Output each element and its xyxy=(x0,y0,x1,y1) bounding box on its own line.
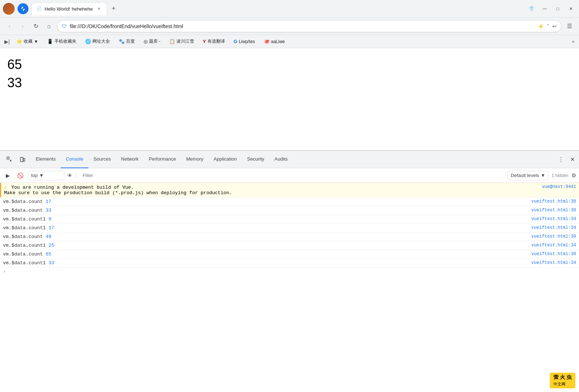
chevron-down-icon[interactable]: ˅ xyxy=(547,23,549,29)
levels-arrow-icon: ▼ xyxy=(541,173,545,178)
console-log-link-4[interactable]: vueiftest.html:34 xyxy=(532,225,576,230)
tab-network-label: Network xyxy=(121,156,139,162)
history-icon[interactable]: ↩ xyxy=(552,23,557,29)
console-msg-text-4: vm.$data.count1 xyxy=(3,225,49,231)
console-log-text-6: vm.$data.count1 25 xyxy=(3,243,524,248)
tab-title: Hello World! hehehehe xyxy=(45,6,93,12)
bookmark-item-favorites[interactable]: ⭐ 收藏 ▼ xyxy=(14,38,41,45)
tab-bar: 📄 Hello World! hehehehe × + xyxy=(31,2,523,15)
console-log-link-6[interactable]: vueiftest.html:34 xyxy=(532,243,576,248)
tab-security[interactable]: Security xyxy=(242,151,269,168)
bookmark-label: 网址大全 xyxy=(92,38,110,45)
shirt-icon[interactable]: 👕 xyxy=(526,4,537,14)
console-log-link-2[interactable]: vueiftest.html:30 xyxy=(532,208,576,213)
console-number-5: 49 xyxy=(46,234,52,239)
console-msg-text-8: vm.$data.count1 xyxy=(3,260,49,266)
tab-application[interactable]: Application xyxy=(209,151,242,168)
device-toolbar-button[interactable] xyxy=(18,154,28,165)
bookmark-label: 百度 xyxy=(126,38,135,45)
bookmark-item-mobile[interactable]: 📱 手机收藏夹 xyxy=(45,38,79,45)
tab-performance[interactable]: Performance xyxy=(144,151,181,168)
console-log-link-7[interactable]: vueiftest.html:30 xyxy=(532,251,576,257)
forward-button[interactable]: › xyxy=(18,21,28,31)
console-log-link-3[interactable]: vueiftest.html:34 xyxy=(532,216,576,222)
tab-console[interactable]: Console xyxy=(61,151,88,168)
devtools-close-button[interactable]: ✕ xyxy=(567,154,578,165)
profile-avatar[interactable] xyxy=(3,3,15,15)
console-log-text-1: vm.$data.count 17 xyxy=(3,199,524,204)
youdao-icon: Y xyxy=(203,39,206,44)
devtools-right-icons: ⋮ ✕ xyxy=(556,154,578,165)
warning-icon: ⚠ xyxy=(4,185,7,190)
warning-source-link[interactable]: vue@next:9441 xyxy=(542,184,576,189)
console-log-link-8[interactable]: vueiftest.html:34 xyxy=(532,260,576,265)
console-messages: ⚠ You are running a development build of… xyxy=(0,183,579,392)
address-bar-row: ‹ › ↻ ⌂ 🛡 file:///D:/OK/Code/frontEnd/vu… xyxy=(0,18,579,35)
console-prompt[interactable]: › xyxy=(0,268,579,276)
prompt-arrow-icon: › xyxy=(3,269,6,274)
url-display: file:///D:/OK/Code/frontEnd/vueHello/vue… xyxy=(70,23,535,29)
inspect-element-button[interactable] xyxy=(4,154,15,165)
back-button[interactable]: ‹ xyxy=(4,21,15,31)
tab-sources[interactable]: Sources xyxy=(88,151,116,168)
home-button[interactable]: ⌂ xyxy=(44,21,54,31)
console-number-7: 65 xyxy=(46,251,52,257)
maximize-button[interactable]: □ xyxy=(553,4,563,14)
filter-input[interactable] xyxy=(80,173,504,178)
lightning-icon: ⚡ xyxy=(538,23,544,29)
liwp-icon: G xyxy=(234,39,237,44)
bookmark-item-baidu[interactable]: 🐾 百度 xyxy=(117,38,137,45)
settings-icon[interactable]: ⚙ xyxy=(571,172,576,179)
minimize-button[interactable]: — xyxy=(540,4,550,14)
console-warning-message: ⚠ You are running a development build of… xyxy=(0,183,579,197)
console-msg-text-5: vm.$data.count xyxy=(3,234,46,239)
devtools-toggle-button[interactable]: ▶| xyxy=(4,39,10,45)
console-msg-text-3: vm.$data.count1 xyxy=(3,216,49,222)
tab-elements[interactable]: Elements xyxy=(31,151,61,168)
console-number-1: 17 xyxy=(46,199,52,204)
bookmark-item-tiku[interactable]: ◎ 题库 - xyxy=(141,38,163,45)
bookmarks-bar: ▶| ⭐ 收藏 ▼ 📱 手机收藏夹 🌐 网址大全 🐾 百度 ◎ 题库 - 📋 凌… xyxy=(0,35,579,48)
reload-button[interactable]: ↻ xyxy=(31,21,41,31)
console-play-button[interactable]: ▶ xyxy=(3,171,12,180)
tab-network[interactable]: Network xyxy=(116,151,144,168)
console-input[interactable] xyxy=(9,269,576,274)
levels-dropdown[interactable]: Default levels ▼ xyxy=(507,171,549,180)
console-stop-button[interactable]: 🚫 xyxy=(15,171,25,180)
extensions-button[interactable]: ☰ xyxy=(564,21,575,31)
context-selector[interactable]: top ▼ xyxy=(28,171,64,180)
tab-audits[interactable]: Audits xyxy=(269,151,293,168)
bookmark-item-youdao[interactable]: Y 有道翻译 xyxy=(201,38,227,45)
address-bar[interactable]: 🛡 file:///D:/OK/Code/frontEnd/vueHello/v… xyxy=(57,20,561,32)
console-warning-content: You are running a development build of V… xyxy=(4,185,232,196)
console-log-link-1[interactable]: vueiftest.html:30 xyxy=(532,199,576,204)
close-button[interactable]: ✕ xyxy=(566,4,576,14)
console-log-row-7: vm.$data.count 65 vueiftest.html:30 xyxy=(0,250,579,259)
bookmarks-overflow-button[interactable]: » xyxy=(572,39,575,44)
new-tab-button[interactable]: + xyxy=(108,4,119,14)
console-log-link-5[interactable]: vueiftest.html:30 xyxy=(532,234,576,239)
tab-memory[interactable]: Memory xyxy=(181,151,209,168)
tab-close-button[interactable]: × xyxy=(96,5,102,12)
bookmark-item-lingchuan[interactable]: 📋 凌川江雪 xyxy=(167,38,196,45)
active-tab[interactable]: 📄 Hello World! hehehehe × xyxy=(31,2,107,15)
eye-icon[interactable]: 👁 xyxy=(67,173,72,178)
bookmark-label: aaLiwe xyxy=(271,39,285,44)
bookmark-item-url[interactable]: 🌐 网址大全 xyxy=(83,38,112,45)
tab-performance-label: Performance xyxy=(149,156,176,162)
globe-icon: 🌐 xyxy=(85,39,91,44)
star-icon: ⭐ xyxy=(16,39,22,44)
bookmark-label: 凌川江雪 xyxy=(176,38,194,45)
bookmark-item-aalive[interactable]: 🐙 aaLiwe xyxy=(262,38,287,45)
devtools-more-button[interactable]: ⋮ xyxy=(556,154,566,165)
bookmark-item-liwp[interactable]: G Liwp/tes xyxy=(232,38,257,45)
console-toolbar: ▶ 🚫 top ▼ 👁 | Default levels ▼ 1 hidden … xyxy=(0,168,579,183)
console-log-text-5: vm.$data.count 49 xyxy=(3,234,524,239)
console-number-3: 9 xyxy=(49,216,52,222)
browser-nav-icon[interactable] xyxy=(18,3,28,14)
bookmark-label: 收藏 xyxy=(24,38,33,45)
console-log-text-7: vm.$data.count 65 xyxy=(3,251,524,257)
svg-rect-0 xyxy=(7,157,9,159)
console-number-4: 17 xyxy=(49,225,54,231)
devtools-panel: Elements Console Sources Network Perform… xyxy=(0,150,579,392)
